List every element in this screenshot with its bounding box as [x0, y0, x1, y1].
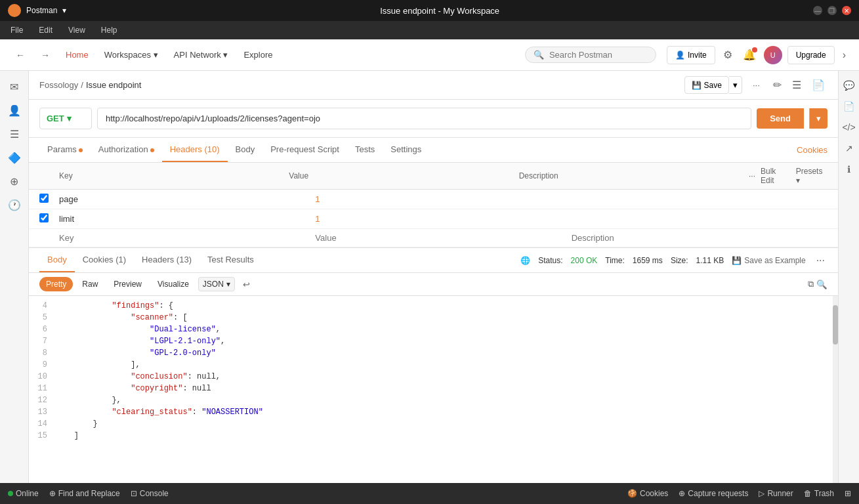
console[interactable]: ⊡ Console — [131, 489, 169, 498]
code-line-4: 4 "findings": { — [29, 301, 838, 313]
res-tab-cookies[interactable]: Cookies (1) — [75, 248, 134, 272]
empty-desc-input[interactable] — [572, 233, 828, 243]
app-dropdown-icon[interactable]: ▾ — [62, 6, 66, 15]
right-icon-docs[interactable]: 📄 — [840, 97, 858, 116]
tab-tests[interactable]: Tests — [347, 138, 383, 162]
nav-workspaces[interactable]: Workspaces ▾ — [99, 47, 163, 62]
grid-view[interactable]: ⊞ — [845, 489, 851, 498]
edit-icon-button[interactable]: ✏ — [770, 76, 784, 94]
tab-headers[interactable]: Headers (10) — [162, 138, 228, 162]
workspaces-dropdown-icon: ▾ — [154, 50, 158, 60]
line-num-7: 7 — [29, 337, 55, 348]
doc-icon-button[interactable]: ☰ — [789, 76, 804, 94]
tab-settings[interactable]: Settings — [383, 138, 429, 162]
save-as-example[interactable]: 💾 Save as Example — [732, 256, 805, 265]
forward-button[interactable]: → — [35, 47, 55, 63]
breadcrumb-parent[interactable]: Fossology — [39, 80, 78, 90]
format-language-select[interactable]: JSON ▾ — [198, 277, 235, 291]
avatar[interactable]: U — [764, 46, 782, 64]
scrollbar-thumb[interactable] — [833, 305, 838, 345]
search-input[interactable] — [549, 50, 648, 60]
right-icon-comments[interactable]: 💬 — [840, 76, 858, 94]
auth-dot — [150, 148, 154, 152]
search-response-button[interactable]: 🔍 — [816, 280, 828, 289]
nav-explore[interactable]: Explore — [238, 47, 278, 62]
send-button[interactable]: Send — [757, 108, 804, 129]
runner[interactable]: ▷ Runner — [759, 489, 793, 498]
tab-params[interactable]: Params — [39, 138, 91, 162]
menu-view[interactable]: View — [66, 24, 88, 36]
right-icon-code[interactable]: </> — [840, 118, 858, 136]
search-bar[interactable]: 🔍 — [525, 47, 656, 63]
empty-value-input[interactable] — [315, 233, 571, 243]
checkbox-1[interactable] — [39, 194, 49, 203]
menu-edit[interactable]: Edit — [36, 24, 55, 36]
find-replace[interactable]: ⊕ Find and Replace — [49, 489, 120, 498]
empty-value-input-container[interactable] — [315, 233, 571, 243]
send-dropdown-button[interactable]: ▾ — [809, 108, 828, 129]
save-button[interactable]: 💾 Save — [684, 76, 729, 94]
col-header-key: Key — [59, 171, 289, 180]
format-preview-button[interactable]: Preview — [107, 277, 148, 291]
res-tab-body[interactable]: Body — [39, 248, 75, 272]
nav-bar: ← → Home Workspaces ▾ API Network ▾ Expl… — [0, 39, 859, 71]
request-more-button[interactable]: ··· — [747, 77, 765, 93]
right-icon-info[interactable]: ℹ — [840, 160, 858, 178]
trash-icon: 🗑 — [804, 489, 812, 498]
more-actions-icon[interactable]: ··· — [749, 171, 755, 180]
tab-pre-request[interactable]: Pre-request Script — [262, 138, 347, 162]
close-button[interactable]: ✕ — [842, 6, 851, 15]
empty-desc-input-container[interactable] — [572, 233, 828, 243]
api-doc-button[interactable]: 📄 — [809, 76, 828, 94]
nav-home[interactable]: Home — [60, 47, 94, 62]
upgrade-button[interactable]: Upgrade — [787, 46, 835, 64]
presets-label[interactable]: Presets ▾ — [796, 167, 828, 185]
format-visualize-button[interactable]: Visualize — [151, 277, 196, 291]
tab-body[interactable]: Body — [228, 138, 263, 162]
back-button[interactable]: ← — [10, 47, 30, 63]
row-2-checkbox[interactable] — [39, 213, 59, 224]
response-more-button[interactable]: ··· — [814, 252, 828, 269]
cookies-bottom[interactable]: 🍪 Cookies — [627, 489, 668, 498]
wrap-button[interactable]: ↩ — [243, 280, 250, 289]
format-raw-button[interactable]: Raw — [75, 277, 104, 291]
sidebar-icon-api[interactable]: ☰ — [4, 123, 25, 144]
menu-file[interactable]: File — [8, 24, 26, 36]
sidebar-icon-mock[interactable]: ⊕ — [4, 171, 25, 192]
maximize-button[interactable]: ❐ — [828, 6, 837, 15]
empty-key-input[interactable] — [59, 233, 315, 243]
tab-authorization[interactable]: Authorization — [91, 138, 162, 162]
invite-button[interactable]: 👤 Invite — [667, 46, 715, 64]
sidebar-toggle-button[interactable]: › — [840, 47, 849, 64]
size-value: 1.11 KB — [696, 256, 724, 265]
url-input[interactable] — [97, 108, 751, 129]
bulk-edit-label[interactable]: Bulk Edit — [761, 167, 791, 185]
cookies-link[interactable]: Cookies — [797, 145, 828, 155]
trash[interactable]: 🗑 Trash — [804, 489, 834, 498]
capture-icon: ⊕ — [679, 489, 685, 498]
right-icon-share[interactable]: ↗ — [840, 139, 858, 158]
method-select[interactable]: GET ▾ — [39, 108, 92, 129]
scrollbar-track — [833, 296, 838, 483]
menu-help[interactable]: Help — [98, 24, 120, 36]
line-content-10: "conclusion": null, — [55, 372, 838, 384]
res-tab-headers[interactable]: Headers (13) — [134, 248, 199, 272]
sidebar-icon-history[interactable]: 🕐 — [4, 194, 25, 215]
minimize-button[interactable]: — — [813, 6, 822, 15]
res-tab-test-results[interactable]: Test Results — [199, 248, 262, 272]
settings-button[interactable]: ⚙ — [721, 46, 735, 64]
save-dropdown-button[interactable]: ▾ — [729, 76, 742, 94]
format-pretty-button[interactable]: Pretty — [39, 277, 73, 291]
sidebar-icon-environments[interactable]: 🔷 — [4, 147, 25, 168]
find-replace-icon: ⊕ — [49, 489, 56, 498]
empty-key-input-container[interactable] — [59, 233, 315, 243]
capture-requests[interactable]: ⊕ Capture requests — [679, 489, 748, 498]
sidebar-icon-new[interactable]: ✉ — [4, 76, 25, 97]
line-num-12: 12 — [29, 396, 55, 408]
sidebar-icon-collections[interactable]: 👤 — [4, 100, 25, 121]
checkbox-2[interactable] — [39, 213, 49, 222]
method-dropdown-icon: ▾ — [67, 114, 72, 123]
copy-button[interactable]: ⧉ — [808, 279, 814, 289]
nav-api-network[interactable]: API Network ▾ — [169, 47, 234, 62]
row-1-checkbox[interactable] — [39, 194, 59, 205]
